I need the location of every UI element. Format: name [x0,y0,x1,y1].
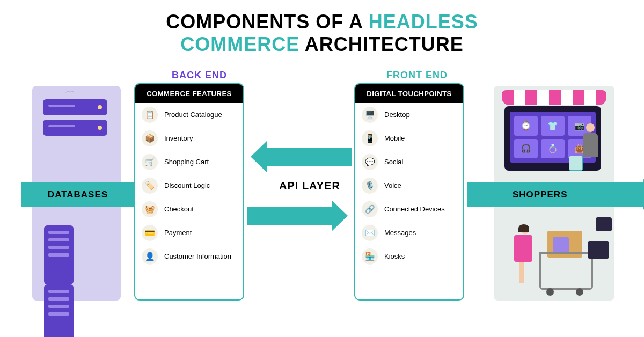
feature-item: 📋Product Catalogue [135,103,243,127]
touchpoint-item: 🔗Connected Devices [355,197,463,221]
tag-icon: 🏷️ [142,178,158,194]
feature-item: 🛒Shopping Cart [135,150,243,174]
cart-icon: 🛒 [142,154,158,170]
product-icon: 👕 [541,116,565,136]
shoppers-label: SHOPPERS [467,182,644,207]
basket-icon: 🧺 [142,201,158,217]
shopping-cart-icon [539,252,593,290]
kiosk-icon: 🏪 [362,248,378,265]
desktop-icon: 🖥️ [362,107,378,123]
cart-bag-icon [553,237,569,253]
server-rack-icon [43,99,107,140]
databases-label: DATABASES [21,182,134,207]
arrow-left-icon [266,148,352,166]
api-layer-label: API LAYER [279,180,340,192]
social-icon: 💬 [362,154,378,170]
product-icon: ⌚ [514,116,538,136]
commerce-panel-header: COMMERCE FEATURES [135,84,243,103]
handbag-icon [596,217,612,231]
feature-item: 🧺Checkout [135,197,243,221]
person-cart-icon [510,225,537,290]
product-icon: 💍 [541,139,565,159]
voice-icon: 🎙️ [362,178,378,194]
person-shopping-icon [580,123,601,174]
backend-label: BACK END [172,70,227,81]
touchpoint-item: 🖥️Desktop [355,103,463,127]
product-icon: 🎧 [514,139,538,159]
shopping-bag-icon [569,156,583,171]
awning-icon [502,90,606,105]
diagram-title: COMPONENTS OF A HEADLESS COMMERCE ARCHIT… [0,0,644,56]
touchpoint-item: 🎙️Voice [355,174,463,197]
commerce-features-panel: COMMERCE FEATURES 📋Product Catalogue 📦In… [134,83,244,301]
touchpoint-item: 💬Social [355,150,463,174]
touchpoint-item: 🏪Kiosks [355,245,463,268]
digital-touchpoints-panel: DIGITAL TOUCHPOINTS 🖥️Desktop 📱Mobile 💬S… [354,83,464,301]
messages-icon: ✉️ [362,225,378,241]
touchpoint-item: 📱Mobile [355,127,463,150]
touchpoints-panel-header: DIGITAL TOUCHPOINTS [355,84,463,103]
touchpoint-item: ✉️Messages [355,221,463,245]
user-icon: 👤 [142,248,158,265]
mobile-icon: 📱 [362,130,378,146]
box-icon: 📦 [142,130,158,146]
briefcase-icon [588,241,609,259]
arrow-right-icon [247,207,333,225]
payment-icon: 💳 [142,225,158,241]
database-tower-icon [43,225,107,337]
feature-item: 🏷️Discount Logic [135,174,243,197]
feature-item: 💳Payment [135,221,243,245]
frontend-label: FRONT END [386,70,448,81]
devices-icon: 🔗 [362,201,378,217]
feature-item: 👤Customer Information [135,245,243,268]
feature-item: 📦Inventory [135,127,243,150]
clipboard-icon: 📋 [142,107,158,123]
